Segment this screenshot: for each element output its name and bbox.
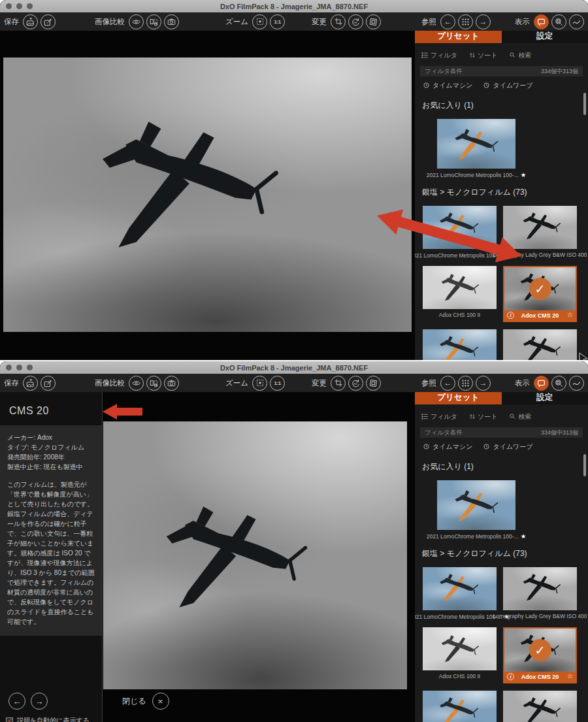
arrow-left-icon: ←: [444, 378, 452, 387]
previous-image-button[interactable]: ←: [440, 14, 455, 29]
previous-film-button[interactable]: ←: [8, 693, 25, 710]
compare-camera-button[interactable]: [164, 376, 179, 391]
preset-thumbnail-favorite[interactable]: 2021 LomoChrome Metropolis 100-... ★: [437, 480, 515, 540]
image-browser-button[interactable]: [458, 376, 473, 391]
favorites-header: お気に入り (1): [415, 91, 588, 114]
panel-scrollbar[interactable]: [583, 93, 586, 115]
compare-eye-button[interactable]: [129, 376, 144, 391]
tab-settings[interactable]: 設定: [502, 29, 588, 43]
time-warp-button[interactable]: タイムワープ: [483, 442, 532, 451]
preset-thumbnail[interactable]: Adox CHS 100 II: [423, 627, 497, 683]
split-view-icon: [149, 378, 159, 388]
zoom-fit-button[interactable]: [252, 14, 267, 29]
time-machine-button[interactable]: タイムマシン: [423, 442, 472, 451]
preset-thumbnail-partial[interactable]: [423, 691, 497, 722]
next-image-button[interactable]: →: [476, 14, 491, 29]
search-button[interactable]: 検索: [509, 51, 531, 60]
auto-show-checkbox[interactable]: ✓: [6, 717, 13, 722]
histogram-button[interactable]: [569, 376, 584, 391]
loupe-button[interactable]: [551, 14, 566, 29]
filter-button[interactable]: フィルタ: [421, 51, 457, 60]
window-minimize-button[interactable]: [16, 3, 22, 9]
zoom-100-button[interactable]: 1:1: [270, 14, 285, 29]
window-minimize-button[interactable]: [16, 365, 22, 370]
export-to-app-button[interactable]: [41, 376, 56, 391]
tab-presets[interactable]: プリセット: [415, 390, 502, 404]
compare-camera-button[interactable]: [164, 14, 179, 29]
filter-condition-bar[interactable]: フィルタ条件 334個中313個: [420, 66, 583, 76]
one-to-one-icon: 1:1: [274, 19, 281, 25]
filter-condition-bar[interactable]: フィルタ条件 334個中313個: [420, 427, 583, 438]
compare-label: 画像比較: [95, 17, 125, 27]
next-film-button[interactable]: →: [31, 693, 48, 710]
star-outline-icon[interactable]: ☆: [567, 311, 573, 318]
loupe-button[interactable]: [551, 376, 566, 391]
time-machine-button[interactable]: タイムマシン: [423, 81, 472, 90]
preset-preview-image: [503, 691, 577, 722]
tab-presets[interactable]: プリセット: [415, 29, 502, 43]
next-image-button[interactable]: →: [476, 376, 491, 391]
preset-thumbnail-partial[interactable]: [503, 329, 577, 360]
search-label: 検索: [518, 51, 531, 60]
sort-button[interactable]: ソート: [469, 51, 497, 60]
previous-image-button[interactable]: ←: [440, 376, 455, 391]
sort-button[interactable]: ソート: [469, 412, 497, 421]
export-image-icon: [25, 17, 35, 27]
rotate-90-icon: 90°: [351, 378, 361, 388]
compare-split-button[interactable]: [146, 14, 161, 29]
preset-thumbnail-favorite[interactable]: 2021 LomoChrome Metropolis 100-... ★: [437, 119, 515, 178]
export-to-app-button[interactable]: [41, 14, 56, 29]
star-outline-icon[interactable]: ☆: [567, 672, 573, 680]
info-icon[interactable]: i: [507, 312, 514, 319]
filmpack-window-info-view: DxO FilmPack 8 - Jmagerie_JMA_8870.NEF 保…: [0, 361, 588, 722]
crop-button[interactable]: [331, 376, 346, 391]
zoom-100-button[interactable]: 1:1: [270, 376, 285, 391]
crop-button[interactable]: [331, 14, 346, 29]
filter-button[interactable]: フィルタ: [421, 412, 457, 421]
preset-thumbnail[interactable]: Lomography Lady Grey B&W ISO 400: [503, 206, 577, 259]
zoom-fit-button[interactable]: [252, 376, 267, 391]
preset-thumbnail[interactable]: Lomography Lady Grey B&W ISO 400: [503, 567, 577, 620]
histogram-button[interactable]: [569, 14, 584, 29]
window-close-button[interactable]: [6, 3, 12, 9]
frame-button[interactable]: [366, 14, 381, 29]
film-discontinued: 製造中止年: 現在も製造中: [7, 462, 95, 472]
image-viewport[interactable]: [0, 31, 415, 360]
display-panel-button[interactable]: [534, 376, 549, 391]
window-close-button[interactable]: [6, 365, 12, 370]
preset-preview-image: [423, 691, 497, 722]
tab-settings[interactable]: 設定: [502, 390, 588, 404]
export-image-button[interactable]: [23, 376, 38, 391]
compare-eye-button[interactable]: [129, 14, 144, 29]
rotate-button[interactable]: 90°: [348, 376, 363, 391]
time-tools: タイムマシン タイムワープ: [415, 76, 588, 91]
info-icon[interactable]: i: [507, 673, 514, 680]
preset-grid: 2021 LomoChrome Metropolis 100-... ★ Lom…: [415, 562, 588, 722]
filter-toolbar: フィルタ ソート 検索: [415, 43, 588, 65]
preset-thumbnail[interactable]: 2021 LomoChrome Metropolis 100-... ★: [423, 206, 497, 259]
star-icon[interactable]: ★: [521, 171, 527, 178]
preset-thumbnail-partial[interactable]: [423, 329, 497, 360]
window-zoom-button[interactable]: [27, 3, 33, 9]
search-button[interactable]: 検索: [509, 412, 531, 421]
preset-thumbnail-selected[interactable]: ✓ i Adox CMS 20 ☆: [503, 266, 577, 322]
export-image-button[interactable]: [23, 14, 38, 29]
rotate-button[interactable]: 90°: [348, 14, 363, 29]
frame-button[interactable]: [366, 376, 381, 391]
window-zoom-button[interactable]: [27, 365, 33, 370]
panel-scrollbar[interactable]: [583, 454, 586, 476]
display-panel-button[interactable]: [534, 14, 549, 29]
star-icon[interactable]: ★: [521, 533, 527, 540]
monitor-icon: [536, 17, 546, 27]
frame-icon: [368, 17, 378, 27]
image-browser-button[interactable]: [458, 14, 473, 29]
preset-thumbnail[interactable]: 2021 LomoChrome Metropolis 100-... ★: [423, 567, 497, 620]
close-info-button[interactable]: ×: [152, 693, 169, 710]
compare-split-button[interactable]: [146, 376, 161, 391]
time-warp-button[interactable]: タイムワープ: [483, 81, 532, 90]
preset-preview-image: [423, 266, 497, 309]
preset-thumbnail[interactable]: Adox CHS 100 II: [423, 266, 497, 322]
browse-label: 参照: [421, 17, 436, 27]
preset-thumbnail-selected[interactable]: ✓ i Adox CMS 20 ☆: [503, 627, 577, 683]
preset-thumbnail-partial[interactable]: [503, 691, 577, 722]
